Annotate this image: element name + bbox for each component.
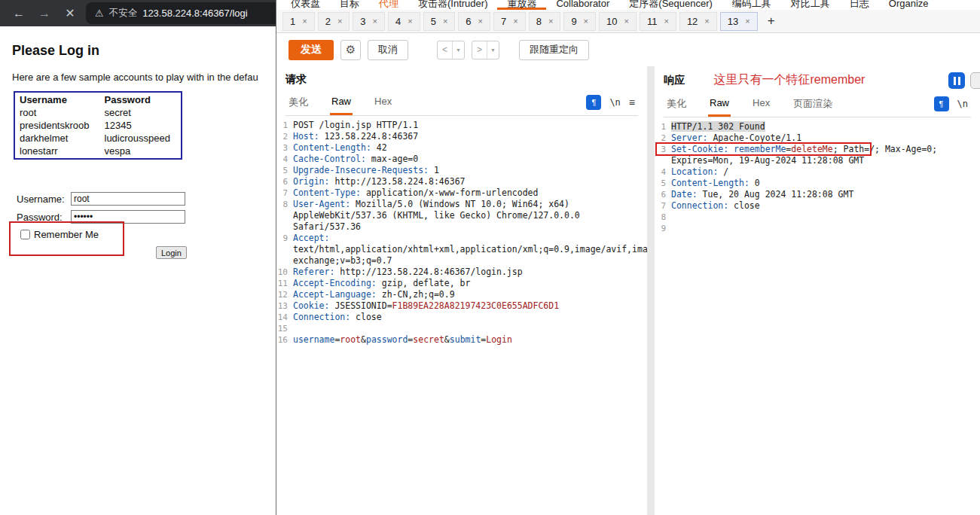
line-number: 1 (655, 121, 671, 133)
history-forward-button[interactable]: > ▼ (472, 41, 499, 59)
pretty-print-icon[interactable]: ¶ (934, 96, 949, 111)
address-bar[interactable]: ⚠ 不安全 123.58.224.8:46367/logi (86, 2, 276, 24)
chevron-down-icon[interactable]: ▼ (453, 41, 464, 59)
pretty-print-icon[interactable]: ¶ (586, 95, 601, 110)
menu-item-sequencer[interactable]: 定序器(Sequencer) (619, 0, 722, 10)
response-tab-pretty[interactable]: 美化 (665, 94, 688, 117)
repeater-toolbar: 发送 ⚙ 取消 < ▼ > ▼ 跟随重定向 (276, 33, 980, 66)
tab-number: 5 (431, 16, 436, 27)
response-tab-hex[interactable]: Hex (751, 94, 771, 117)
tab-close-icon[interactable]: × (513, 17, 517, 26)
repeater-tab-5[interactable]: 5× (423, 12, 456, 31)
menu-item-intruder[interactable]: 攻击器(Intruder) (408, 0, 497, 10)
repeater-tab-10[interactable]: 10× (599, 12, 637, 31)
menu-item-organizer[interactable]: Organize (879, 0, 939, 10)
tab-close-icon[interactable]: × (664, 17, 668, 26)
newline-toggle-icon[interactable]: \n (957, 99, 968, 109)
remember-me-checkbox[interactable] (20, 230, 30, 239)
account-cell: presidentskroob (14, 120, 100, 133)
close-icon[interactable]: ✕ (63, 6, 77, 20)
repeater-tab-11[interactable]: 11× (640, 12, 676, 31)
menu-item-collaborator[interactable]: Collaborator (546, 0, 619, 10)
repeater-tab-4[interactable]: 4× (388, 12, 420, 31)
tab-close-icon[interactable]: × (704, 17, 709, 26)
account-cell: secret (100, 107, 182, 120)
message-panels: 请求 美化RawHex ¶ \n ≡ 1POST /login.jsp HTTP… (276, 66, 980, 515)
editor-line: 12Accept-Language: zh-CN,zh;q=0.9 (276, 289, 593, 300)
text-segment: 123.58.224.8:46367 (319, 131, 419, 142)
response-tab-render[interactable]: 页面渲染 (792, 94, 834, 117)
tab-number: 6 (466, 16, 471, 27)
menu-item-proxy[interactable]: 代理 (369, 0, 408, 10)
menu-item-target[interactable]: 目标 (330, 0, 369, 10)
intro-text: Here are a few sample accounts to play w… (12, 72, 258, 83)
tab-number: 7 (501, 16, 506, 27)
menu-item-dashboard[interactable]: 仪表盘 (281, 0, 330, 10)
tab-close-icon[interactable]: × (478, 17, 483, 26)
send-button[interactable]: 发送 (289, 40, 334, 60)
repeater-tab-13[interactable]: 13× (720, 12, 758, 31)
repeater-tab-7[interactable]: 7× (493, 12, 526, 31)
request-tab-hex[interactable]: Hex (373, 93, 393, 115)
menu-item-logger[interactable]: 日志 (840, 0, 879, 10)
repeater-tab-1[interactable]: 1× (282, 12, 315, 31)
line-text: Content-Type: application/x-www-form-url… (293, 187, 593, 199)
repeater-tab-8[interactable]: 8× (529, 12, 561, 31)
tab-close-icon[interactable]: × (745, 17, 750, 26)
repeater-tab-9[interactable]: 9× (563, 12, 596, 31)
tab-close-icon[interactable]: × (624, 17, 629, 26)
menu-item-decoder[interactable]: 编码工具 (722, 0, 781, 10)
tab-close-icon[interactable]: × (302, 17, 307, 26)
response-panel: 响应 这里只有一个特征remember 美化RawHex页面渲染 ¶ \n 1H… (655, 66, 980, 515)
text-segment: Login (486, 334, 512, 345)
request-tab-pretty[interactable]: 美化 (287, 93, 310, 115)
tab-close-icon[interactable]: × (548, 17, 553, 26)
account-row: presidentskroob12345 (14, 120, 182, 133)
page-title: Please Log in (12, 43, 99, 59)
new-tab-button[interactable]: + (761, 14, 782, 29)
repeater-tab-3[interactable]: 3× (353, 12, 385, 31)
repeater-tab-6[interactable]: 6× (458, 12, 490, 31)
repeater-tab-2[interactable]: 2× (318, 12, 350, 31)
editor-line: 3Set-Cookie: rememberMe=deleteMe; Path=/… (655, 144, 975, 166)
forward-icon[interactable]: → (38, 7, 51, 20)
layout-switcher-icon[interactable] (948, 72, 965, 89)
request-tab-raw[interactable]: Raw (330, 93, 353, 115)
text-segment: zh-CN,zh;q=0.9 (377, 289, 455, 300)
menu-item-repeater[interactable]: 重放器 (497, 0, 546, 10)
text-segment: Server: (671, 133, 707, 143)
editor-line: 9Accept: text/html,application/xhtml+xml… (276, 233, 593, 267)
tab-close-icon[interactable]: × (443, 17, 447, 26)
gear-icon[interactable]: ⚙ (340, 40, 361, 60)
newline-toggle-icon[interactable]: \n (609, 97, 620, 108)
tab-close-icon[interactable]: × (337, 17, 342, 26)
security-label: 不安全 (109, 7, 138, 20)
history-back-button[interactable]: < ▼ (437, 41, 465, 59)
back-icon[interactable]: ← (12, 7, 26, 20)
response-editor[interactable]: 1HTTP/1.1 302 Found2Server: Apache-Coyot… (655, 117, 980, 515)
tab-close-icon[interactable]: × (584, 17, 588, 26)
chevron-down-icon[interactable]: ▼ (487, 41, 499, 59)
tab-close-icon[interactable]: × (373, 17, 377, 26)
text-segment: 1 (429, 165, 439, 175)
text-segment: root (340, 334, 361, 345)
accounts-col-header: Username (14, 92, 100, 107)
panel-toggle-icon[interactable] (970, 72, 980, 89)
text-segment: Date: (671, 189, 698, 200)
line-number: 2 (655, 133, 671, 144)
editor-line: 8 (655, 212, 975, 223)
menu-item-comparer[interactable]: 对比工具 (781, 0, 840, 10)
request-editor[interactable]: 1POST /login.jsp HTTP/1.12Host: 123.58.2… (276, 116, 647, 515)
follow-redirect-button[interactable]: 跟随重定向 (519, 40, 589, 60)
password-input[interactable] (71, 210, 185, 224)
repeater-tab-12[interactable]: 12× (679, 12, 717, 31)
login-button[interactable]: Login (156, 246, 187, 259)
editor-menu-icon[interactable]: ≡ (629, 96, 635, 108)
username-input[interactable] (71, 192, 185, 206)
response-tab-raw[interactable]: Raw (708, 94, 731, 117)
tab-close-icon[interactable]: × (408, 17, 412, 26)
cancel-button[interactable]: 取消 (368, 40, 408, 60)
line-number: 16 (276, 334, 293, 346)
line-number: 7 (276, 187, 293, 199)
text-segment: JSESSIONID= (329, 300, 392, 311)
